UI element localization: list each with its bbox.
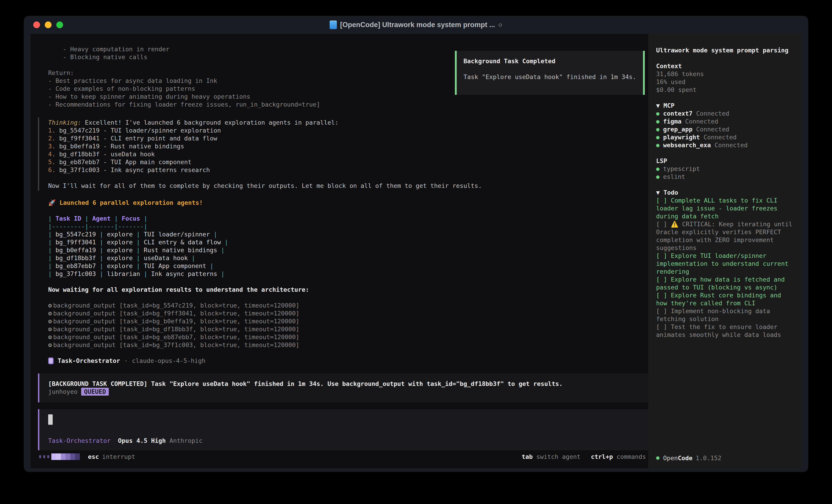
input-model-name[interactable]: Opus 4.5 High <box>118 437 166 445</box>
todo-item: [ ] Explore Rust core bindings and how t… <box>656 291 794 307</box>
pipe-glyph: | <box>48 254 52 261</box>
cell-focus: Rust native bindings <box>140 247 221 254</box>
terminal-window: [OpenCode] Ultrawork mode system prompt … <box>24 16 808 472</box>
pipe-glyph: | <box>48 270 52 277</box>
launch-banner: 🚀 Launched 6 parallel exploration agents… <box>30 199 648 206</box>
cell-task-id: bg_5547c219 <box>52 231 100 238</box>
cell-agent: explore <box>103 231 136 238</box>
agent-list-item: 2. bg_f9ff3041 - CLI entry point and dat… <box>48 134 648 142</box>
agent-list-text: bg_df18bb3f - useData hook <box>56 150 155 158</box>
agent-list-text: bg_f9ff3041 - CLI entry point and data f… <box>56 135 217 142</box>
brand-name-bold: Code <box>678 454 693 461</box>
cell-agent: explore <box>103 247 136 254</box>
agent-list-item: 1. bg_5547c219 - TUI loader/spinner expl… <box>48 127 648 134</box>
agent-model: claude-opus-4-5-high <box>132 357 206 365</box>
pipe-glyph: | <box>136 239 140 246</box>
tool-call-line: ⚙background_output [task_id=bg_b0effa19,… <box>48 317 648 325</box>
rocket-icon: 🚀 <box>48 199 56 206</box>
table-row: | bg_eb87ebb7 | explore | TUI App compon… <box>48 262 648 270</box>
mcp-server-name: grep_app <box>663 126 693 133</box>
mcp-item: playwright Connected <box>656 133 797 141</box>
pipe-glyph: | <box>210 262 213 270</box>
pipe-glyph: | <box>221 270 225 277</box>
input-agent-name[interactable]: Task-Orchestrator <box>48 437 110 445</box>
pipe-glyph: | <box>144 215 148 222</box>
pipe-glyph: | <box>100 270 103 277</box>
agent-list-item: 4. bg_df18bb3f - useData hook <box>48 150 648 158</box>
list-number: 5. <box>48 159 56 166</box>
cell-focus: CLI entry & data flow <box>140 239 225 246</box>
tool-call-line: ⚙background_output [task_id=bg_eb87ebb7,… <box>48 333 648 341</box>
todo-item: [ ] Implement non-blocking data fetching… <box>656 307 794 323</box>
pipe-glyph: | <box>48 215 52 222</box>
todo-item: [ ] Explore TUI loader/spinner implement… <box>656 252 794 276</box>
list-number: 3. <box>48 143 56 150</box>
gear-icon: ⚙ <box>48 302 52 309</box>
tool-call-list: ⚙background_output [task_id=bg_5547c219,… <box>30 302 648 349</box>
list-number: 1. <box>48 127 56 134</box>
tool-call-line: ⚙background_output [task_id=bg_f9ff3041,… <box>48 309 648 317</box>
status-dot-icon <box>656 136 659 139</box>
brand-name-regular: Open <box>663 454 678 461</box>
thinking-block: Thinking: Excellent! I've launched 6 bac… <box>38 117 648 191</box>
gear-icon: ⚙ <box>48 334 52 340</box>
spinner-gradient <box>51 453 80 460</box>
mcp-list: context7 Connectedfigma Connectedgrep_ap… <box>656 110 797 149</box>
online-dot-icon <box>656 456 659 460</box>
ctrlp-key-label: commands <box>617 453 646 460</box>
window-title: [OpenCode] Ultrawork mode system prompt … <box>340 21 495 29</box>
mcp-header-label: MCP <box>664 102 675 109</box>
context-tokens: 31,686 tokens <box>656 70 797 78</box>
status-dot-icon <box>656 120 659 123</box>
context-header: Context <box>656 62 797 70</box>
todo-item: [ ] Complete ALL tasks to fix CLI loader… <box>656 196 794 220</box>
spinner-indicator <box>39 453 80 460</box>
cell-focus: TUI loader/spinner <box>140 231 213 238</box>
mcp-item: websearch_exa Connected <box>656 141 797 149</box>
chevron-down-icon: ▼ <box>656 189 660 196</box>
main-pane: - Heavy computation in render - Blocking… <box>30 34 648 468</box>
todo-section-header[interactable]: ▼ Todo <box>656 189 797 196</box>
table-row: | bg_f9ff3041 | explore | CLI entry & da… <box>48 238 648 246</box>
mcp-server-status: Connected <box>696 126 729 133</box>
cell-agent: explore <box>103 254 136 261</box>
titlebar[interactable]: [OpenCode] Ultrawork mode system prompt … <box>24 16 808 34</box>
queued-badge: QUEUED <box>81 388 109 396</box>
version-number: 1.0.152 <box>696 454 722 461</box>
document-proxy-icon[interactable] <box>330 21 337 29</box>
table-row: | bg_37f1c003 | librarian | Ink async pa… <box>48 270 648 278</box>
pipe-glyph: | <box>136 247 140 254</box>
pipe-glyph: | <box>214 231 217 238</box>
todo-item: [ ] Explore how data is fetched and pass… <box>656 276 794 291</box>
mcp-item: grep_app Connected <box>656 125 797 133</box>
text-cursor <box>48 414 53 425</box>
toast-body: Task "Explore useData hook" finished in … <box>464 73 643 81</box>
agent-list-text: bg_5547c219 - TUI loader/spinner explora… <box>56 127 221 134</box>
agent-square-icon <box>48 358 54 364</box>
lsp-list: typescripteslint <box>656 165 797 180</box>
pipe-glyph: | <box>100 262 103 270</box>
cell-focus: TUI App component <box>140 262 210 270</box>
tool-call-line: ⚙background_output [task_id=bg_37f1c003,… <box>48 341 648 349</box>
mcp-server-status: Connected <box>704 134 736 141</box>
pipe-glyph: | <box>136 231 140 238</box>
toast-notification[interactable]: Background Task Completed Task "Explore … <box>455 51 645 95</box>
window-title-group: [OpenCode] Ultrawork mode system prompt … <box>24 21 808 29</box>
pipe-glyph: | <box>136 254 140 261</box>
prompt-input[interactable]: Task-Orchestrator Opus 4.5 High Anthropi… <box>38 409 648 450</box>
pipe-glyph: | <box>100 239 103 246</box>
tool-call-text: background_output [task_id=bg_37f1c003, … <box>53 341 300 348</box>
table-row: | bg_b0effa19 | explore | Rust native bi… <box>48 246 648 254</box>
username: junhoyeo <box>48 388 78 395</box>
status-dot-icon <box>656 144 659 147</box>
cell-agent: explore <box>103 262 136 270</box>
agent-list-text: bg_eb87ebb7 - TUI App main component <box>56 159 191 166</box>
status-dot-icon <box>656 128 659 132</box>
gear-icon: ⚙ <box>48 310 52 317</box>
sidebar: Ultrawork mode system prompt parsing Con… <box>648 34 802 468</box>
thinking-outro: Now I'll wait for all of them to complet… <box>48 182 648 190</box>
pipe-glyph: | <box>48 262 52 270</box>
status-dot-icon <box>656 112 659 116</box>
completed-message-meta: junhoyeo QUEUED <box>48 388 642 396</box>
mcp-section-header[interactable]: ▼ MCP <box>656 102 797 110</box>
